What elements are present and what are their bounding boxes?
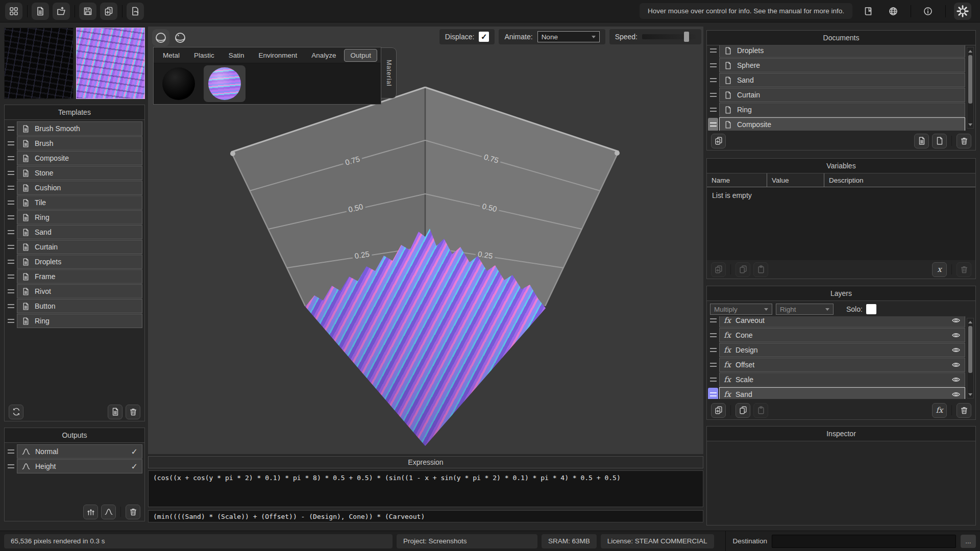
scrollbar-thumb[interactable]: [968, 326, 972, 373]
save-copy-button[interactable]: [100, 3, 117, 20]
drag-handle-icon[interactable]: [708, 329, 718, 342]
eye-icon[interactable]: [951, 375, 961, 384]
delete-document-button[interactable]: [957, 134, 971, 148]
template-item[interactable]: Frame: [6, 269, 142, 284]
add-layer-button[interactable]: [711, 403, 726, 418]
layer-item[interactable]: fxCone: [708, 328, 965, 343]
side-mode-dropdown[interactable]: Right: [776, 304, 834, 315]
layer-item[interactable]: fxOffset: [708, 357, 965, 372]
material-side-tab[interactable]: Material: [381, 47, 397, 98]
drag-handle-icon[interactable]: [6, 255, 16, 268]
duplicate-document-button[interactable]: [914, 134, 929, 148]
layer-item[interactable]: fxCarveout: [708, 316, 965, 328]
document-item[interactable]: Curtain: [708, 87, 965, 103]
template-item[interactable]: Brush: [6, 136, 142, 151]
3d-viewport[interactable]: 0.75 0.50 0.25 0.75 0.50 0.25 Displace: …: [148, 27, 703, 454]
raise-output-button[interactable]: [83, 505, 98, 519]
drag-handle-icon[interactable]: [6, 445, 16, 458]
template-item[interactable]: Rivot: [6, 284, 142, 299]
normalmap-preview-thumbnail[interactable]: [76, 28, 145, 99]
template-item[interactable]: Ring: [6, 210, 142, 225]
template-item[interactable]: Curtain: [6, 239, 142, 255]
drag-handle-icon[interactable]: [708, 88, 718, 102]
document-item-selected[interactable]: Composite: [708, 117, 965, 131]
layers-scrollbar[interactable]: [967, 318, 974, 398]
template-item[interactable]: Button: [6, 298, 142, 314]
copy-variable-button[interactable]: [736, 262, 750, 277]
layout-grid-button[interactable]: [5, 3, 22, 20]
slider-thumb[interactable]: [684, 32, 689, 42]
paste-layer-button[interactable]: [753, 403, 768, 418]
variable-x-button[interactable]: x: [932, 262, 947, 277]
drag-handle-icon[interactable]: [6, 460, 16, 473]
website-button[interactable]: [885, 3, 902, 20]
drag-handle-icon[interactable]: [6, 166, 16, 180]
template-item[interactable]: Stone: [6, 165, 142, 181]
rounded-model-toggle[interactable]: [172, 29, 189, 46]
blank-document-button[interactable]: [932, 134, 947, 148]
drag-handle-icon[interactable]: [708, 343, 718, 357]
sphere-model-toggle[interactable]: [152, 29, 169, 46]
save-button[interactable]: [79, 3, 96, 20]
delete-layer-button[interactable]: [957, 403, 971, 418]
template-item[interactable]: Cushion: [6, 180, 142, 195]
drag-handle-icon[interactable]: [6, 240, 16, 254]
delete-template-button[interactable]: [126, 405, 140, 419]
scroll-down-icon[interactable]: [967, 391, 973, 397]
drag-handle-icon[interactable]: [6, 285, 16, 298]
layer-item[interactable]: fxDesign: [708, 342, 965, 358]
output-enabled-check-icon[interactable]: ✓: [131, 447, 138, 457]
tab-analyze[interactable]: Analyze: [305, 49, 342, 62]
column-value[interactable]: Value: [767, 173, 824, 187]
add-variable-button[interactable]: [711, 262, 726, 277]
template-item[interactable]: Composite: [6, 151, 142, 166]
drag-handle-icon[interactable]: [708, 45, 718, 57]
new-document-button[interactable]: [32, 3, 49, 20]
template-item[interactable]: Ring: [6, 313, 142, 329]
drag-handle-icon[interactable]: [6, 122, 16, 135]
new-document-button[interactable]: [711, 134, 726, 148]
layer-item[interactable]: fxScale: [708, 372, 965, 387]
document-item[interactable]: Sphere: [708, 58, 965, 73]
drag-handle-icon[interactable]: [6, 137, 16, 150]
solo-checkbox[interactable]: [866, 304, 876, 314]
destination-input[interactable]: [772, 535, 956, 548]
add-curve-output-button[interactable]: [101, 505, 116, 519]
tab-plastic[interactable]: Plastic: [188, 49, 220, 62]
drag-handle-icon[interactable]: [6, 270, 16, 283]
output-enabled-check-icon[interactable]: ✓: [131, 462, 138, 471]
template-item[interactable]: Droplets: [6, 254, 142, 269]
displace-checkbox[interactable]: ✓: [479, 32, 489, 42]
drag-handle-icon[interactable]: [708, 358, 718, 371]
tab-satin[interactable]: Satin: [223, 49, 251, 62]
copy-layer-button[interactable]: [736, 403, 750, 418]
export-button[interactable]: [127, 3, 144, 20]
scroll-up-icon[interactable]: [967, 319, 973, 325]
drag-handle-icon[interactable]: [708, 73, 718, 87]
documents-scrollbar[interactable]: [967, 47, 974, 129]
tab-metal[interactable]: Metal: [157, 49, 186, 62]
paste-variable-button[interactable]: [753, 262, 768, 277]
tab-output[interactable]: Output: [344, 49, 377, 62]
scrollbar-thumb[interactable]: [968, 55, 972, 104]
drag-handle-icon[interactable]: [708, 373, 718, 386]
delete-output-button[interactable]: [126, 505, 140, 519]
speed-slider[interactable]: [642, 34, 696, 39]
drag-handle-icon[interactable]: [708, 388, 718, 399]
drag-handle-icon[interactable]: [708, 118, 718, 131]
drag-handle-icon[interactable]: [6, 152, 16, 165]
scroll-up-icon[interactable]: [967, 48, 973, 54]
document-item[interactable]: Droplets: [708, 45, 965, 58]
edit-expression-button[interactable]: fx: [932, 403, 947, 418]
output-item[interactable]: Normal✓: [6, 444, 142, 459]
expression-editor[interactable]: (cos((x + cos(y * pi * 2) * 0.1) * pi * …: [148, 470, 703, 507]
template-item[interactable]: Tile: [6, 195, 142, 210]
drag-handle-icon[interactable]: [6, 196, 16, 209]
drag-handle-icon[interactable]: [6, 211, 16, 224]
eye-icon[interactable]: [951, 345, 961, 355]
about-button[interactable]: [919, 3, 937, 20]
save-template-button[interactable]: [108, 405, 122, 419]
scroll-down-icon[interactable]: [967, 121, 973, 128]
template-item[interactable]: Brush Smooth: [6, 121, 142, 136]
animate-dropdown[interactable]: None: [537, 31, 600, 42]
